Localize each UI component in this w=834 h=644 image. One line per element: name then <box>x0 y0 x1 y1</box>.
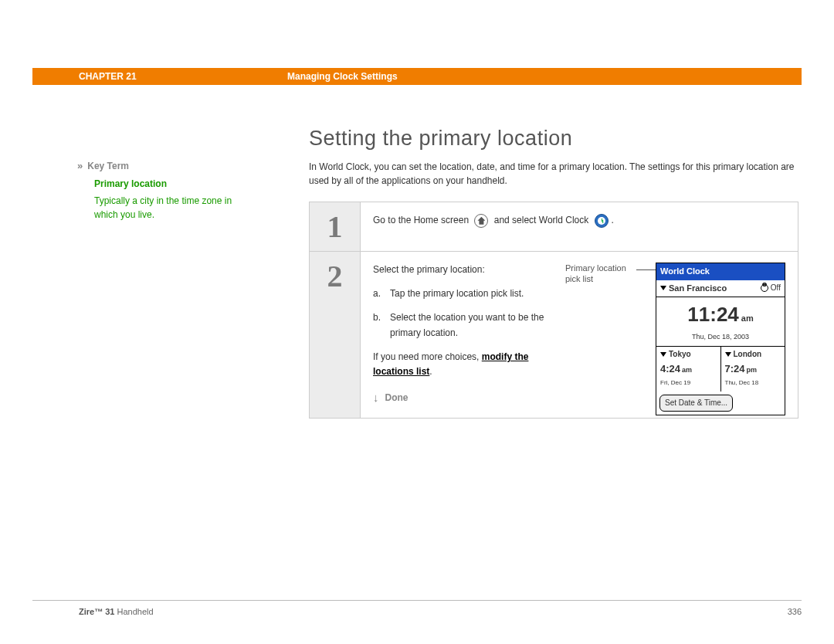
wc-col2-date: Thu, Dec 18 <box>725 378 781 388</box>
footer-page-number: 336 <box>788 607 802 616</box>
intro-paragraph: In World Clock, you can set the location… <box>309 160 798 188</box>
more-pre: If you need more choices, <box>373 351 482 362</box>
wc-big-time: 11:24am <box>656 297 785 331</box>
wc-col2-picklist[interactable]: London <box>725 348 781 361</box>
done-text: Done <box>385 391 409 405</box>
wc-alarm-toggle[interactable]: Off <box>761 282 781 294</box>
step-2-substeps: a. Tap the primary location pick list. b… <box>373 286 554 341</box>
dropdown-triangle-icon <box>660 286 666 290</box>
step-2-layout: Select the primary location: a. Tap the … <box>373 263 785 407</box>
wc-title-bar: World Clock <box>656 263 785 280</box>
wc-big-date: Thu, Dec 18, 2003 <box>656 331 785 346</box>
wc-col1-time: 4:24am <box>660 361 717 378</box>
keyterm-name: Primary location <box>94 177 255 191</box>
substep-b-text: Select the location you want to be the p… <box>390 310 554 340</box>
page-title: Setting the primary location <box>309 127 798 151</box>
wc-button-row: Set Date & Time... <box>656 391 785 415</box>
step-1-pre: Go to the Home screen <box>373 215 469 225</box>
wc-col2-city: London <box>734 348 762 361</box>
step-2-lead: Select the primary location: <box>373 263 554 277</box>
wc-col1-city: Tokyo <box>669 348 691 361</box>
section-title: Managing Clock Settings <box>287 71 398 82</box>
step-1-content: Go to the Home screen and select World C… <box>361 202 798 252</box>
alarm-clock-icon <box>761 284 768 292</box>
dropdown-triangle-icon <box>660 352 666 357</box>
wc-big-ampm: am <box>741 314 754 323</box>
down-arrow-icon: ↓ <box>373 388 379 407</box>
substep-a-text: Tap the primary location pick list. <box>390 286 524 301</box>
substep-a: a. Tap the primary location pick list. <box>373 286 554 301</box>
steps-table: 1 Go to the Home screen and select World… <box>309 202 798 419</box>
main-content: Setting the primary location In World Cl… <box>309 127 798 419</box>
world-clock-screenshot: World Clock San Francisco Off <box>656 263 785 415</box>
step-number-2: 2 <box>310 252 361 419</box>
wc-alarm-label: Off <box>771 282 781 294</box>
step-2-content: Select the primary location: a. Tap the … <box>361 252 798 419</box>
step-1-text: Go to the Home screen and select World C… <box>373 213 785 228</box>
substep-b: b. Select the location you want to be th… <box>373 310 554 340</box>
wc-col-2: London 7:24pm Thu, Dec 18 <box>720 347 785 391</box>
keyterm-label: Key Term <box>87 159 129 173</box>
step-1-mid: and select World Clock <box>494 215 589 225</box>
keyterm-definition: Typically a city in the time zone in whi… <box>94 194 255 222</box>
footer-product: Zire™ 31 Handheld <box>79 607 154 616</box>
document-page: CHAPTER 21 Managing Clock Settings » Key… <box>0 0 834 644</box>
chapter-label: CHAPTER 21 <box>32 71 287 82</box>
more-post: . <box>429 366 432 377</box>
step-number-1: 1 <box>310 202 361 252</box>
set-date-time-button[interactable]: Set Date & Time... <box>659 395 733 412</box>
wc-col1-picklist[interactable]: Tokyo <box>660 348 717 361</box>
wc-primary-row: San Francisco Off <box>656 280 785 298</box>
step-row-2: 2 Select the primary location: a. Tap th… <box>310 252 798 419</box>
wc-primary-location-picklist[interactable]: San Francisco <box>660 282 727 296</box>
chevron-icon: » <box>77 158 83 174</box>
wc-col2-time: 7:24pm <box>725 361 781 378</box>
substep-b-marker: b. <box>373 310 390 340</box>
footer-product-rest: Handheld <box>114 607 153 616</box>
wc-secondary-row: Tokyo 4:24am Fri, Dec 19 <box>656 346 785 391</box>
chapter-header-bar: CHAPTER 21 Managing Clock Settings <box>32 68 802 85</box>
step-2-figure-column: Primary location pick list World Clock S… <box>565 263 785 407</box>
done-line: ↓ Done <box>373 388 554 407</box>
callout-label: Primary location pick list <box>565 263 635 285</box>
more-choices-line: If you need more choices, modify the loc… <box>373 350 554 379</box>
keyterm-heading-line: » Key Term <box>77 158 255 174</box>
dropdown-triangle-icon <box>725 352 731 357</box>
footer-rule <box>32 600 802 601</box>
wc-col-1: Tokyo 4:24am Fri, Dec 19 <box>656 347 720 391</box>
footer-product-bold: Zire™ 31 <box>79 607 114 616</box>
substep-a-marker: a. <box>373 286 390 301</box>
world-clock-icon <box>595 214 609 228</box>
step-2-text-column: Select the primary location: a. Tap the … <box>373 263 554 407</box>
step-row-1: 1 Go to the Home screen and select World… <box>310 202 798 252</box>
wc-col1-date: Fri, Dec 19 <box>660 378 717 388</box>
footer: Zire™ 31 Handheld 336 <box>79 607 802 616</box>
wc-primary-city: San Francisco <box>669 282 727 296</box>
home-icon <box>474 214 488 228</box>
step-1-end: . <box>612 215 614 225</box>
sidebar-keyterm: » Key Term Primary location Typically a … <box>77 158 255 222</box>
wc-big-time-value: 11:24 <box>687 303 739 326</box>
